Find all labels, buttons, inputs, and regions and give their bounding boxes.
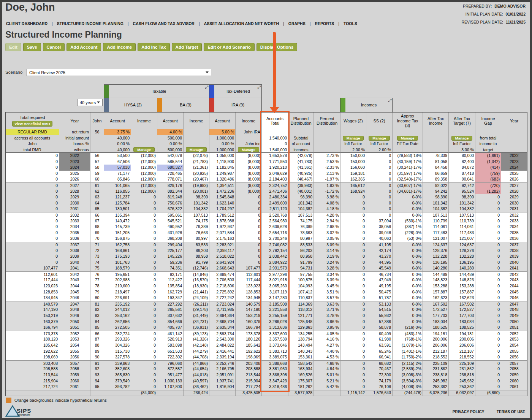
cell-wages: 0 [340,384,366,390]
cell-after-tax-target: 95,524 [449,189,475,195]
cell-hysa-account: 181,763 [104,260,131,266]
cell-planned-distribution: 169,526 [288,372,314,378]
cell-after-tax-target: 128,376 [449,248,475,254]
cell-planned-distribution [288,129,314,135]
cell-wages: 0 [340,206,366,212]
manage-button[interactable]: Manage [186,147,207,152]
cell-hysa-account: 315,738 [104,349,131,355]
cell-after-tax-income: 238,818 [423,372,449,378]
cell-ba-account: 520,913 [157,336,184,342]
cell-ss: 57,386 [366,319,393,325]
edit-or-add-scenario-button[interactable]: Edit or Add Scenario [204,43,254,51]
nav-item-structured-income-planning[interactable]: STRUCTURED INCOME PLANNING [48,21,124,26]
expand-icon[interactable]: ⤢ [205,85,208,89]
nav-item-graphs[interactable]: GRAPHS [279,21,306,26]
cell-year: 2052 [59,331,90,337]
add-target-button[interactable]: Add Target [172,43,202,51]
table-row: 123,023204478210,6000135,854(18,930)2,71… [6,283,527,289]
cell-percent-distribution: 4.68 % [314,360,340,366]
cell-age: 74 [90,260,104,266]
cell-after-tax-income: 188,525 [423,325,449,331]
cell-hysa-account: 253,162 [104,313,131,319]
cell-approx-income-tax: (1,079)-1% [393,342,423,349]
cell-year: 2058 [59,366,90,372]
add-account-button[interactable]: Add Account [66,43,101,51]
cell-age: 66 [90,212,104,218]
save-button[interactable]: Save [23,43,41,51]
cancel-button[interactable]: Cancel [43,43,65,51]
cell-year-right: 2047 [501,301,527,307]
manage-button[interactable]: Manage [238,147,259,152]
cell-approx-income-tax: (2,115)-2% [393,360,423,366]
cell-hysa-income: 0 [131,354,157,360]
cell-accounts-total: 2,184,403 [262,176,288,182]
cell-accounts-total: 3,381,960 [262,366,288,372]
nav-item-tools[interactable]: TOOLS [334,21,357,26]
cell-hysa-account: 135,394 [104,212,131,218]
manage-button[interactable]: Manage [343,136,364,141]
cell-wages: Infl Factor [340,141,366,147]
cell-after-tax-target: 162,623 [449,295,475,301]
scenario-select[interactable]: Client Review 2025 [27,69,211,76]
nav-item-reports[interactable]: REPORTS [306,21,334,26]
table-row: 117,444204377202,9880112,427(16,570)2,70… [6,277,527,283]
display-options-button[interactable]: Display Options [256,43,298,51]
manage-button[interactable]: Manage [451,136,472,141]
cell-ba-income: (36,462) [184,384,209,390]
cell-ira-income: 0 [236,206,262,212]
cell-hysa-account: 210,600 [104,283,131,289]
cell-percent-distribution: 2.98 % [314,224,340,230]
cell-ba-account: 405,787 [157,325,184,331]
cell-year-right: 2035 [501,230,527,236]
cell-after-tax-target: 212,187 [449,349,475,355]
cell-total-required: 0 [6,212,59,218]
cell-hysa-income: 0 [131,349,157,355]
terms-of-use-link[interactable]: TERMS OF USE [497,410,525,414]
cell-age [90,141,104,147]
cell-after-tax-target: 238,818 [449,372,475,378]
cell-after-tax-target: 157,887 [449,289,475,295]
view-beneficial-rmd-button[interactable]: View Beneficial RMD [12,121,52,127]
cell-hysa-income: (12,000) [131,182,157,189]
privacy-policy-link[interactable]: PRIVACY POLICY [453,410,484,414]
planning-horizon-select[interactable]: 40 years [77,99,103,106]
manage-button[interactable]: Manage [397,136,418,141]
cell-total-required [6,390,59,396]
cell-ss: 68,682 [366,360,393,366]
cell-after-tax-target: 188,525 [449,325,475,331]
table-row: 134,945204680226,6910193,347(24,109)2,72… [6,295,527,301]
edit-button[interactable]: Edit [5,43,21,51]
nav-item-client-dashboard[interactable]: CLIENT DASHBOARD [6,21,48,26]
cell-approx-income-tax: 0-0% [393,313,423,319]
cell-ira-account: 1,320,486 [209,176,236,182]
add-inc-tax-button[interactable]: Add Inc Tax [138,43,169,51]
cell-ss: 0 [366,200,393,206]
expand-icon[interactable]: ⤢ [257,85,261,89]
table-row: 0202761101,065(12,000)829,176(19,983)1,3… [6,182,527,189]
nav-item-asset-allocation-and-net-worth[interactable]: ASSET ALLOCATION AND NET WORTH [195,21,279,26]
nav-item-cash-flow-and-tax-advisor[interactable]: CASH FLOW AND TAX ADVISOR [124,21,195,26]
cell-ss: 70,467 [366,366,393,372]
cell-total-required: 153,219 [6,313,59,319]
cell-hysa-income [131,135,157,141]
cell-accounts-total: 2,609,628 [262,224,288,230]
expand-icon[interactable]: ⤢ [388,98,391,103]
cell-ba-income: 101,342 [184,200,209,206]
manage-button[interactable]: Manage [369,136,390,141]
cell-ss: 0 [366,176,393,182]
cell-total-required: 123,023 [6,283,59,289]
cell-year-right: 2057 [501,360,527,366]
cell-ira-income: (8,000) [236,159,262,165]
cell-year-right: 2053 [501,336,527,342]
column-header-label: Income [189,119,203,124]
cell-ira-income: 213,544 [236,372,262,378]
cell-total-required: 0 [6,260,59,266]
cell-ira-income: 140,579 [236,301,262,307]
cell-wages: 0 [340,224,366,230]
cell-year: 2060 [59,378,90,384]
add-income-button[interactable]: Add Income [103,43,136,51]
cell-ba-income: (12,746) [184,265,209,271]
table-row: 0203670156,8750368,20880,9972,175,16302,… [6,236,527,242]
manage-button[interactable]: Manage [133,147,154,152]
column-header-label: Account [110,119,125,124]
